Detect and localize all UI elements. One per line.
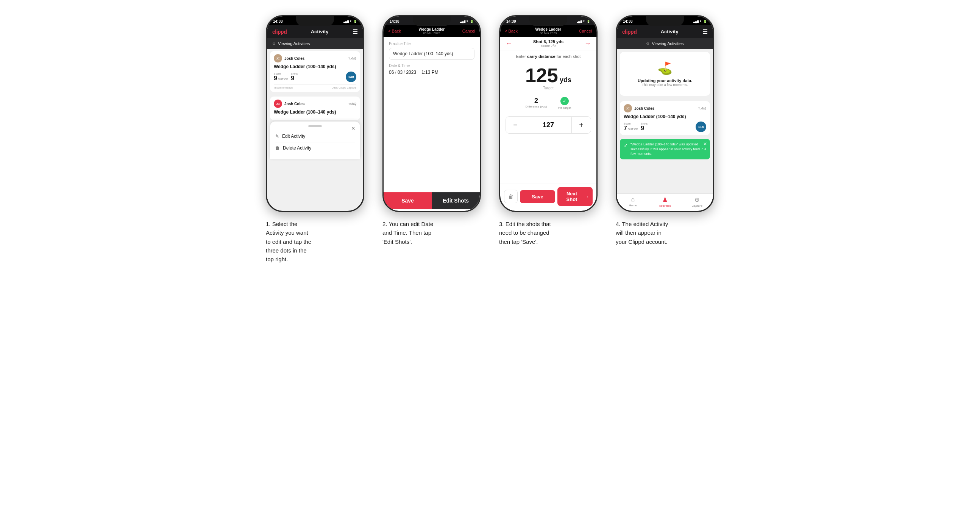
activity-card-1[interactable]: JC Josh Coles Today ··· Wedge Ladder (10…: [270, 51, 360, 92]
success-toast: ✓ "Wedge Ladder (100–140 yds)" was updat…: [620, 139, 710, 159]
phone-3-column: 14:39 ▂▄▆ ᯤ 🔋 < Back Wedge Ladder 06 Mar…: [495, 15, 601, 246]
p1-viewing-bar: ⚙ Viewing Activities: [267, 38, 363, 49]
hamburger-icon-4[interactable]: ☰: [702, 28, 708, 35]
shots-value-4: 9: [641, 125, 648, 132]
edit-shots-button[interactable]: Edit Shots: [432, 192, 480, 209]
time-1: 14:38: [273, 19, 283, 24]
save-button-2[interactable]: Save: [383, 192, 432, 209]
footer-right-1: Data: Clippd Capture: [332, 86, 356, 89]
toast-close-icon[interactable]: ✕: [703, 141, 707, 146]
target-label: Target: [500, 86, 597, 90]
diff-row: 2 Difference (yds) ✓ Hit Target: [500, 94, 597, 113]
p2-subtitle: 06 Mar 2023: [423, 32, 440, 35]
avatar-1: JC: [274, 54, 282, 62]
p4-activity-card[interactable]: JC Josh Coles Today ··· Wedge Ladder (10…: [620, 101, 710, 135]
tab-capture[interactable]: ⊕ Capture: [681, 196, 713, 208]
filter-icon-4: ⚙: [646, 42, 649, 46]
time-value[interactable]: 1:13 PM: [422, 70, 439, 75]
context-menu: ✕ ✎ Edit Activity 🗑 Delete Activity: [270, 122, 360, 159]
viewing-bar-text-4: Viewing Activities: [652, 41, 684, 46]
save-button-3[interactable]: Save: [520, 190, 555, 203]
activity-card-2[interactable]: JC Josh Coles Today ··· Wedge Ladder (10…: [270, 97, 360, 120]
p3-subtitle: 06 Mar 2023: [539, 32, 557, 35]
avatar-2: JC: [274, 100, 282, 108]
updating-text: Updating your activity data.: [625, 78, 705, 83]
phone-2-column: 14:38 ▂▄▆ ᯤ 🔋 < Back Wedge Ladder 06 Mar…: [379, 15, 485, 246]
date-year: 2023: [406, 70, 416, 75]
shot-score: Score 7/9: [533, 44, 563, 48]
form-section: Practice Title Date & Time 06 / 03 / 202…: [383, 37, 480, 79]
diff-value: 2: [526, 97, 547, 105]
next-shot-arrow[interactable]: →: [584, 40, 591, 48]
footer-left-1: Test Information: [274, 86, 293, 89]
date-time-label: Date & Time: [389, 63, 474, 68]
close-icon[interactable]: ✕: [351, 125, 356, 132]
shot-quality-badge-1: 130: [346, 71, 356, 82]
tab-home[interactable]: ⌂ Home: [617, 196, 649, 208]
capture-icon: ⊕: [694, 196, 699, 203]
p2-footer: Save Edit Shots: [383, 192, 480, 209]
next-shot-button[interactable]: Next Shot →: [557, 187, 593, 206]
stepper-minus[interactable]: −: [506, 117, 525, 133]
caption-2: 2. You can edit Date and Time. Then tap …: [382, 220, 481, 246]
shot-nav: ← Shot 6, 125 yds Score 7/9 →: [500, 37, 597, 50]
edit-icon: ✎: [275, 133, 279, 139]
p2-header: < Back Wedge Ladder 06 Mar 2023 Cancel: [383, 25, 480, 37]
p2-title: Wedge Ladder: [418, 27, 445, 32]
hit-target-label: Hit Target: [558, 106, 571, 110]
avatar-4: JC: [624, 104, 632, 113]
p1-screen: clippd Activity ☰ ⚙ Viewing Activities J…: [267, 25, 363, 211]
delete-activity-label: Delete Activity: [283, 145, 311, 151]
user-name-2: Josh Coles: [285, 102, 304, 106]
practice-title-label: Practice Title: [389, 42, 474, 46]
delete-activity-item[interactable]: 🗑 Delete Activity: [275, 142, 355, 154]
hamburger-icon-1[interactable]: ☰: [353, 28, 358, 35]
p4-screen: clippd Activity ☰ ⚙ Viewing Activities ⛳…: [617, 25, 713, 211]
caption-1: 1. Select the Activity you want to edit …: [266, 220, 364, 264]
context-handle: [308, 125, 322, 127]
home-icon: ⌂: [631, 196, 635, 203]
home-label: Home: [629, 204, 637, 207]
practice-title-input[interactable]: [389, 48, 474, 60]
date-month: 03: [398, 70, 402, 75]
dots-menu-1[interactable]: ···: [352, 54, 356, 60]
instruction-text: Enter carry distance for each shot: [500, 50, 597, 60]
caption-4: 4. The edited Activity will then appear …: [616, 220, 714, 246]
phone-1-column: 14:38 ▂▄▆ ᯤ 🔋 clippd Activity ☰ ⚙ Viewin…: [262, 15, 368, 264]
dots-menu-2[interactable]: ···: [352, 100, 356, 106]
notch-2: [413, 16, 450, 26]
p3-header: < Back Wedge Ladder 06 Mar 2023 Cancel: [500, 25, 597, 37]
golf-flag-icon: ⛳: [625, 61, 705, 75]
toast-message: "Wedge Ladder (100–140 yds)" was updated…: [630, 142, 706, 156]
tab-activities[interactable]: ♟ Activities: [649, 196, 681, 208]
notch-1: [296, 16, 334, 26]
score-label-4: Score: [624, 122, 638, 125]
stepper-plus[interactable]: +: [572, 117, 591, 133]
distance-stepper: − 127 +: [506, 116, 591, 133]
delete-shot-button[interactable]: 🗑: [504, 190, 518, 203]
date-day: 06: [389, 70, 394, 75]
back-button-3[interactable]: < Back: [505, 29, 518, 33]
caption-3: 3. Edit the shots that need to be change…: [499, 220, 598, 246]
shots-label-4: Shots: [641, 122, 648, 125]
edit-activity-label: Edit Activity: [282, 133, 305, 139]
arrow-icon: →: [584, 194, 589, 200]
notch-4: [646, 16, 684, 26]
edit-activity-item[interactable]: ✎ Edit Activity: [275, 131, 355, 142]
cancel-button-2[interactable]: Cancel: [462, 29, 475, 33]
back-button-2[interactable]: < Back: [388, 29, 401, 33]
phone-4: 14:38 ▂▄▆ ᯤ 🔋 clippd Activity ☰ ⚙ Viewin…: [616, 15, 714, 212]
updating-sub: This may take a few moments.: [625, 83, 705, 87]
activities-label: Activities: [659, 204, 671, 208]
viewing-bar-text-1: Viewing Activities: [278, 41, 310, 46]
phone-1: 14:38 ▂▄▆ ᯤ 🔋 clippd Activity ☰ ⚙ Viewin…: [266, 15, 364, 212]
prev-shot-arrow[interactable]: ←: [506, 40, 512, 48]
stepper-value[interactable]: 127: [525, 117, 572, 133]
phones-row: 14:38 ▂▄▆ ᯤ 🔋 clippd Activity ☰ ⚙ Viewin…: [262, 15, 718, 264]
p1-header: clippd Activity ☰: [267, 25, 363, 38]
carry-unit: yds: [560, 76, 571, 84]
check-icon: ✓: [624, 142, 628, 148]
dots-menu-4[interactable]: ···: [702, 104, 706, 110]
time-4: 14:38: [623, 19, 633, 24]
cancel-button-3[interactable]: Cancel: [579, 29, 592, 33]
